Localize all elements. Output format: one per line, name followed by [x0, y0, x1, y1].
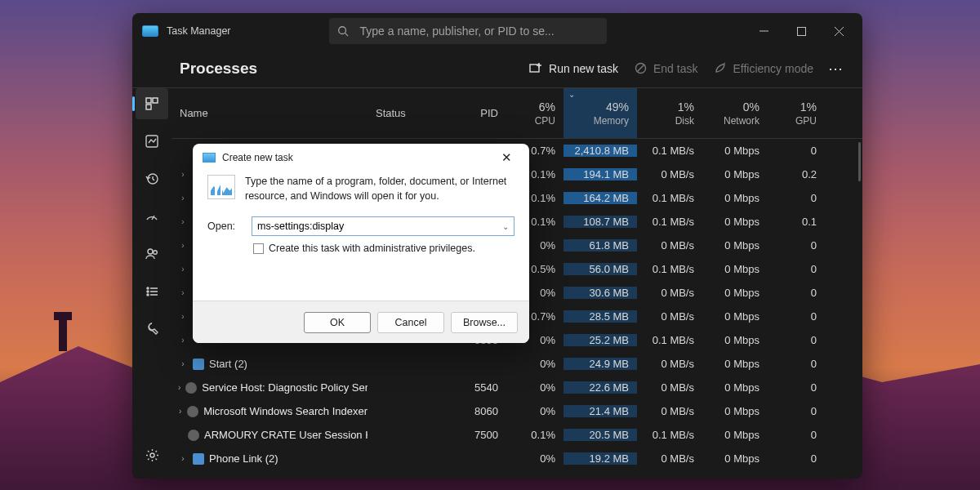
process-icon	[193, 453, 204, 465]
run-new-task-button[interactable]: Run new task	[521, 57, 626, 80]
search-icon	[337, 25, 349, 37]
expand-chevron-icon[interactable]: ›	[178, 241, 188, 250]
process-icon	[193, 359, 204, 370]
dialog-description: Type the name of a program, folder, docu…	[245, 175, 514, 203]
dialog-title: Create new task	[222, 152, 293, 163]
app-title: Task Manager	[167, 25, 231, 37]
table-row[interactable]: ARMOURY CRATE User Session Helper75000.1…	[172, 423, 862, 447]
dialog-close-button[interactable]: ✕	[490, 146, 523, 169]
sidebar-settings[interactable]	[136, 439, 168, 470]
wrench-icon	[145, 323, 158, 336]
sidebar-performance[interactable]	[136, 126, 168, 157]
process-icon	[187, 406, 198, 417]
col-pid[interactable]: PID	[449, 107, 506, 119]
svg-point-0	[338, 27, 345, 34]
titlebar: Task Manager Type a name, publisher, or …	[132, 13, 862, 49]
sort-caret-icon: ⌄	[568, 90, 575, 99]
svg-point-26	[150, 453, 154, 457]
process-name: Phone Link (2)	[209, 452, 278, 465]
table-row[interactable]: ›Service Host: Diagnostic Policy Service…	[172, 376, 862, 399]
search-input[interactable]: Type a name, publisher, or PID to se...	[329, 18, 607, 44]
expand-chevron-icon[interactable]: ›	[178, 217, 188, 226]
search-placeholder: Type a name, publisher, or PID to se...	[360, 24, 555, 38]
expand-chevron-icon[interactable]: ›	[178, 312, 188, 321]
expand-chevron-icon[interactable]: ›	[178, 265, 188, 274]
svg-line-8	[637, 65, 644, 72]
gauge-icon	[145, 210, 158, 223]
admin-label: Create this task with administrative pri…	[269, 243, 475, 254]
svg-rect-13	[153, 98, 158, 103]
page-title: Processes	[180, 60, 257, 78]
dialog-icon	[203, 153, 216, 163]
col-name[interactable]: Name	[172, 107, 368, 119]
expand-chevron-icon[interactable]: ›	[178, 194, 188, 203]
scrollbar-thumb[interactable]	[858, 142, 861, 181]
sidebar-startup[interactable]	[136, 201, 168, 232]
expand-chevron-icon[interactable]: ›	[178, 288, 188, 297]
admin-checkbox[interactable]	[253, 243, 264, 254]
svg-rect-14	[146, 105, 151, 109]
leaf-icon	[714, 62, 726, 74]
open-input[interactable]	[257, 220, 502, 232]
table-row[interactable]: ›Phone Link (2)0%19.2 MB0 MB/s0 Mbps0	[172, 447, 862, 470]
more-button[interactable]: ⋯	[822, 55, 851, 82]
history-icon	[145, 172, 158, 185]
svg-point-18	[148, 249, 153, 254]
col-status[interactable]: Status	[368, 107, 449, 119]
open-label: Open:	[207, 220, 240, 232]
process-name: ARMOURY CRATE User Session Helper	[204, 429, 368, 441]
create-task-dialog: Create new task ✕ Type the name of a pro…	[193, 144, 529, 343]
expand-chevron-icon[interactable]: ›	[178, 336, 188, 345]
dialog-titlebar: Create new task ✕	[193, 144, 529, 172]
col-disk[interactable]: 1%Disk	[637, 100, 702, 127]
cancel-button[interactable]: Cancel	[377, 312, 444, 333]
expand-chevron-icon[interactable]: ›	[178, 407, 182, 416]
process-icon	[185, 382, 197, 394]
svg-rect-3	[797, 27, 805, 35]
expand-chevron-icon[interactable]: ›	[178, 454, 188, 463]
chart-icon	[145, 135, 158, 148]
svg-rect-12	[146, 98, 151, 103]
sidebar-users[interactable]	[136, 238, 168, 270]
svg-point-22	[147, 294, 149, 296]
sidebar-details[interactable]	[136, 276, 168, 307]
toolbar: Processes Run new task End task Efficien…	[132, 49, 862, 88]
col-gpu[interactable]: 1%GPU	[768, 100, 825, 127]
efficiency-mode-button[interactable]: Efficiency mode	[706, 57, 822, 80]
process-name: Start (2)	[209, 358, 247, 370]
svg-line-1	[345, 33, 348, 37]
process-name: Microsoft Windows Search Indexer	[203, 405, 368, 417]
minimize-button[interactable]	[745, 18, 782, 44]
dialog-buttons: OK Cancel Browse...	[193, 301, 529, 343]
col-network[interactable]: 0%Network	[702, 100, 768, 127]
open-combobox[interactable]: ⌄	[252, 216, 514, 236]
sidebar-processes[interactable]	[136, 88, 168, 119]
sidebar	[132, 88, 172, 479]
run-icon	[207, 175, 235, 199]
ok-button[interactable]: OK	[304, 312, 371, 333]
maximize-button[interactable]	[782, 18, 820, 44]
browse-button[interactable]: Browse...	[451, 312, 518, 333]
end-task-icon	[635, 62, 647, 74]
wallpaper-tower	[59, 318, 67, 351]
svg-rect-15	[146, 136, 158, 147]
chevron-down-icon[interactable]: ⌄	[502, 222, 509, 231]
app-icon	[142, 25, 158, 37]
process-name: Service Host: Diagnostic Policy Service	[202, 381, 368, 394]
expand-chevron-icon[interactable]: ›	[178, 359, 188, 368]
grid-icon	[145, 97, 158, 110]
close-button[interactable]	[820, 18, 858, 44]
col-cpu[interactable]: 6%CPU	[506, 100, 564, 127]
end-task-button[interactable]: End task	[626, 57, 706, 80]
sidebar-services[interactable]	[136, 314, 168, 345]
table-row[interactable]: ›Microsoft Windows Search Indexer80600%2…	[172, 399, 862, 423]
process-icon	[188, 430, 199, 441]
expand-chevron-icon[interactable]: ›	[178, 170, 188, 179]
run-task-icon	[529, 62, 542, 75]
svg-point-21	[147, 291, 149, 292]
sidebar-app-history[interactable]	[136, 163, 168, 194]
col-memory[interactable]: ⌄49%Memory	[564, 88, 637, 138]
users-icon	[145, 247, 158, 261]
table-row[interactable]: ›Start (2)0%24.9 MB0 MB/s0 Mbps0	[172, 352, 862, 376]
expand-chevron-icon[interactable]: ›	[178, 383, 180, 392]
